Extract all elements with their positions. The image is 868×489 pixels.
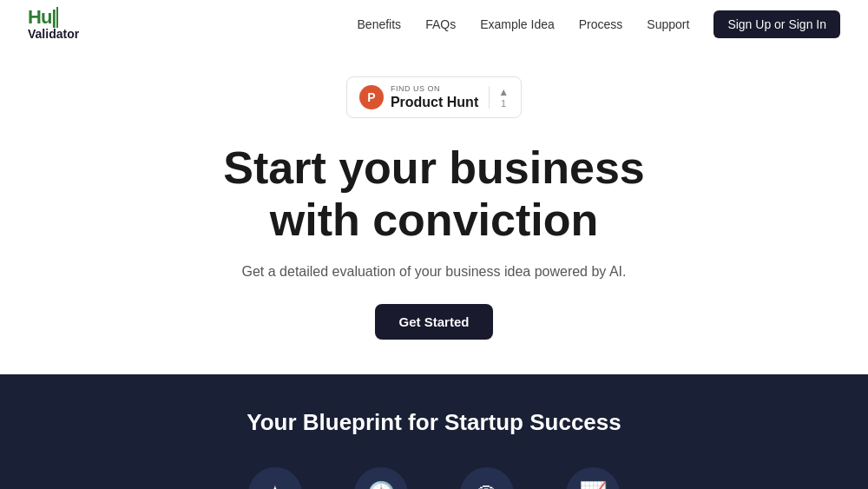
- eye-icon: 👁: [476, 480, 498, 489]
- blueprint-title: Your Blueprint for Startup Success: [28, 409, 840, 436]
- nav-benefits[interactable]: Benefits: [358, 17, 402, 31]
- feature-clock: 🕐: [354, 467, 408, 489]
- nav-support[interactable]: Support: [647, 17, 689, 31]
- logo-hu: Hu|: [28, 7, 79, 28]
- nav-links: Benefits FAQs Example Idea Process Suppo…: [358, 10, 840, 38]
- product-hunt-icon: P: [359, 85, 384, 109]
- navbar: Hu| Validator Benefits FAQs Example Idea…: [0, 0, 868, 49]
- hero-title: Start your business with conviction: [223, 142, 644, 247]
- features-row: ✦ 🕐 👁 📈: [28, 467, 840, 489]
- hero-subtitle: Get a detailed evaluation of your busine…: [242, 264, 627, 280]
- product-hunt-arrow: ▲: [498, 86, 509, 98]
- product-hunt-badge[interactable]: P FIND US ON Product Hunt ▲ 1: [346, 76, 522, 118]
- dark-section: Your Blueprint for Startup Success ✦ 🕐 👁…: [0, 374, 868, 489]
- nav-faqs[interactable]: FAQs: [425, 17, 456, 31]
- logo: Hu| Validator: [28, 7, 79, 42]
- chart-icon: 📈: [579, 480, 607, 489]
- sparkles-icon: ✦: [266, 480, 285, 489]
- feature-chart: 📈: [566, 467, 620, 489]
- product-hunt-votes: ▲ 1: [489, 86, 509, 109]
- logo-validator: Validator: [28, 28, 79, 41]
- feature-eye: 👁: [460, 467, 514, 489]
- feature-sparkles: ✦: [248, 467, 302, 489]
- signup-signin-button[interactable]: Sign Up or Sign In: [713, 10, 840, 38]
- product-hunt-name: Product Hunt: [391, 94, 478, 110]
- hero-title-line2: with conviction: [270, 195, 598, 245]
- product-hunt-find-us: FIND US ON: [391, 84, 478, 94]
- nav-example-idea[interactable]: Example Idea: [480, 17, 555, 31]
- hero-section: P FIND US ON Product Hunt ▲ 1 Start your…: [0, 49, 868, 374]
- hero-title-line1: Start your business: [223, 142, 644, 193]
- nav-process[interactable]: Process: [579, 17, 623, 31]
- clock-icon: 🕐: [367, 480, 395, 489]
- product-hunt-count: 1: [501, 98, 506, 109]
- product-hunt-text: FIND US ON Product Hunt: [391, 84, 478, 110]
- get-started-button[interactable]: Get Started: [375, 304, 494, 340]
